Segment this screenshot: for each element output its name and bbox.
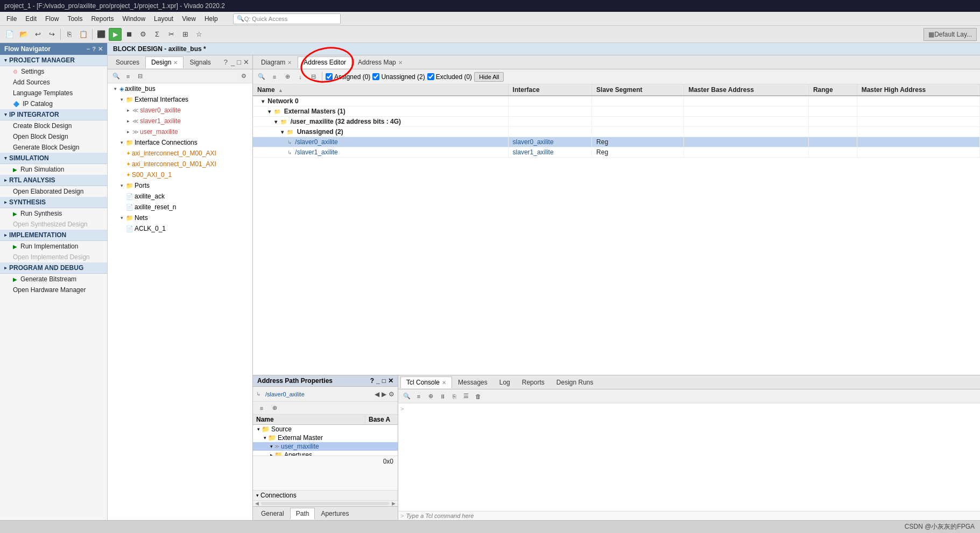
hide-all-btn[interactable]: Hide All: [474, 72, 504, 82]
menu-edit[interactable]: Edit: [21, 14, 41, 24]
nav-settings[interactable]: ⚙ Settings: [0, 66, 107, 77]
nav-generate-bitstream[interactable]: ▶ Generate Bitstream: [0, 274, 107, 285]
tcl-input[interactable]: [406, 513, 978, 519]
section-ip-integrator[interactable]: ▾ IP INTEGRATOR: [0, 109, 107, 120]
col-master-base[interactable]: Master Base Address: [684, 84, 809, 96]
source-panel-maximize[interactable]: □: [236, 58, 242, 66]
flow-nav-question[interactable]: ?: [92, 46, 96, 53]
nav-ip-catalog[interactable]: 🔷 IP Catalog: [0, 98, 107, 109]
tree-nets[interactable]: ▾ 📁 Nets: [108, 212, 252, 223]
row-slaver0[interactable]: ↳ /slaver0_axilite slaver0_axilite Reg: [253, 137, 980, 147]
tree-ic-arrow[interactable]: ▾: [118, 140, 125, 145]
connections-row[interactable]: ▾ Connections: [253, 490, 398, 501]
unassigned-check[interactable]: Unassigned (2): [372, 73, 425, 81]
addr-align-btn[interactable]: ≡: [269, 72, 280, 82]
row-ext-masters[interactable]: ▾ 📁 External Masters (1): [253, 106, 980, 117]
tree-ports-arrow[interactable]: ▾: [118, 183, 125, 188]
section-program-debug[interactable]: ▸ PROGRAM AND DEBUG: [0, 262, 107, 274]
tcl-copy-btn[interactable]: ⎘: [449, 391, 460, 402]
menu-help[interactable]: Help: [200, 14, 222, 24]
tcl-list-btn[interactable]: ☰: [461, 391, 471, 402]
addr-down-btn[interactable]: ↓: [295, 72, 306, 82]
tab-signals[interactable]: Signals: [184, 56, 216, 68]
app-align-btn[interactable]: ≡: [256, 403, 267, 414]
section-rtl-analysis[interactable]: ▸ RTL ANALYSIS: [0, 175, 107, 186]
program-btn[interactable]: ⬛: [95, 28, 108, 41]
app-expand-btn[interactable]: ⊕: [269, 403, 280, 414]
row-user-maxilite-group[interactable]: ▾ 📁 /user_maxilite (32 address bits : 4G…: [253, 117, 980, 127]
tree-slaver0[interactable]: ▸ ≪ slaver0_axilite: [108, 105, 252, 116]
tab-reports[interactable]: Reports: [516, 376, 551, 388]
apt-source[interactable]: ▾ 📁 Source: [253, 425, 398, 433]
cut-btn[interactable]: ✂: [165, 28, 178, 41]
addr-auto-assign-btn[interactable]: ⊕: [282, 72, 293, 82]
tab-sources[interactable]: Sources: [110, 56, 145, 68]
nav-language-templates[interactable]: Language Templates: [0, 88, 107, 98]
tcl-console-close[interactable]: ✕: [442, 380, 446, 386]
nav-create-block-design[interactable]: Create Block Design: [0, 120, 107, 131]
tcl-pause-btn[interactable]: ⏸: [437, 391, 448, 402]
source-panel-minimize[interactable]: _: [230, 58, 236, 66]
view1-btn[interactable]: ⊞: [179, 28, 192, 41]
scroll-right[interactable]: ▶: [392, 501, 396, 506]
tree-nets-arrow[interactable]: ▾: [118, 215, 125, 221]
redo-btn[interactable]: ↪: [45, 28, 58, 41]
tree-user-maxilite[interactable]: ▸ ≫ user_maxilite: [108, 126, 252, 137]
apt-ext-master[interactable]: ▾ 📁 External Master: [253, 433, 398, 442]
paste-btn[interactable]: 📋: [77, 28, 90, 41]
tree-axilite-bus[interactable]: ▾ ◈ axilite_bus: [108, 83, 252, 94]
apt-apertures[interactable]: ▸ 📁 Apertures: [253, 451, 398, 456]
tree-s1-arrow[interactable]: ▸: [125, 118, 131, 124]
undo-btn[interactable]: ↩: [31, 28, 44, 41]
tree-um-arrow[interactable]: ▸: [125, 129, 131, 134]
tree-axi-m00[interactable]: ✦ axi_interconnect_0_M00_AXI: [108, 148, 252, 159]
tab-design-close[interactable]: ✕: [173, 60, 178, 66]
section-project-manager[interactable]: ▾ PROJECT MANAGER: [0, 55, 107, 66]
nav-run-implementation[interactable]: ▶ Run Implementation: [0, 241, 107, 252]
excluded-check[interactable]: Excluded (0): [427, 73, 472, 81]
apath-tab-apertures[interactable]: Apertures: [315, 508, 355, 520]
nav-run-simulation[interactable]: ▶ Run Simulation: [0, 164, 107, 175]
tree-s00-axi[interactable]: ✦ S00_AXI_0_1: [108, 169, 252, 180]
tab-diagram[interactable]: Diagram ✕: [255, 56, 298, 68]
nav-open-implemented[interactable]: Open Implemented Design: [0, 252, 107, 262]
col-name[interactable]: Name ▲: [253, 84, 508, 96]
app-question[interactable]: ?: [370, 377, 374, 385]
unassigned-checkbox[interactable]: [372, 73, 379, 80]
row-slaver1[interactable]: ↳ /slaver1_axilite slaver1_axilite Reg: [253, 147, 980, 158]
nav-open-elaborated[interactable]: Open Elaborated Design: [0, 186, 107, 197]
tree-axilite-ack[interactable]: 📄 axilite_ack: [108, 191, 252, 202]
col-master-high[interactable]: Master High Address: [857, 84, 979, 96]
new-btn[interactable]: 📄: [3, 28, 16, 41]
tree-slaver1[interactable]: ▸ ≪ slaver1_axilite: [108, 116, 252, 126]
tcl-search-btn[interactable]: 🔍: [401, 391, 412, 402]
addr-lock-btn[interactable]: ⊟: [308, 72, 319, 82]
tab-address-editor[interactable]: Address Editor: [298, 56, 352, 68]
nav-add-sources[interactable]: Add Sources: [0, 77, 107, 88]
tree-interface-connections[interactable]: ▾ 📁 Interface Connections: [108, 137, 252, 148]
scroll-left[interactable]: ◀: [255, 501, 259, 506]
menu-layout[interactable]: Layout: [150, 14, 178, 24]
flow-nav-minus[interactable]: −: [87, 46, 90, 53]
apath-tab-general[interactable]: General: [255, 508, 290, 520]
tcl-align-btn[interactable]: ≡: [413, 391, 424, 402]
menu-view[interactable]: View: [178, 14, 200, 24]
tab-log[interactable]: Log: [493, 376, 516, 388]
row-network0[interactable]: ▾ Network 0: [253, 96, 980, 106]
tab-addr-map-close[interactable]: ✕: [398, 60, 403, 66]
assigned-checkbox[interactable]: [326, 73, 333, 80]
nav-open-synthesized[interactable]: Open Synthesized Design: [0, 219, 107, 230]
source-panel-close[interactable]: ✕: [242, 58, 250, 66]
menu-flow[interactable]: Flow: [41, 14, 63, 24]
open-btn[interactable]: 📂: [17, 28, 30, 41]
apath-tab-path[interactable]: Path: [290, 508, 315, 520]
menu-reports[interactable]: Reports: [87, 14, 118, 24]
addr-path-settings[interactable]: ⚙: [389, 390, 394, 398]
tab-messages[interactable]: Messages: [452, 376, 493, 388]
src-collapse-btn[interactable]: ⊟: [135, 71, 145, 82]
apt-user-maxilite[interactable]: ▾ ≫ user_maxilite: [253, 442, 398, 451]
view2-btn[interactable]: ☆: [193, 28, 206, 41]
src-settings-btn[interactable]: ⚙: [238, 71, 249, 82]
tab-design-runs[interactable]: Design Runs: [551, 376, 600, 388]
tree-axilite-reset-n[interactable]: 📄 axilite_reset_n: [108, 202, 252, 212]
